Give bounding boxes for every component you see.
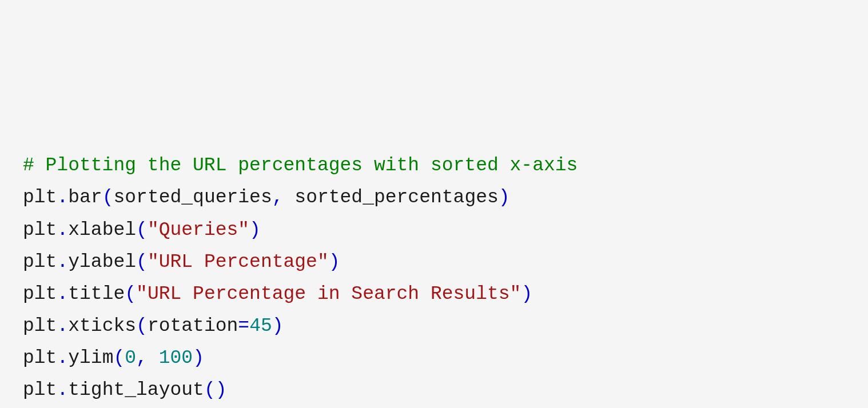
code-token-punct: ) (329, 251, 340, 273)
code-token-identifier: plt (23, 283, 57, 305)
code-token-identifier: xticks (68, 315, 136, 337)
code-token-identifier: plt (23, 219, 57, 241)
code-line: plt.xlabel("Queries") (23, 214, 845, 246)
code-token-identifier: plt (23, 379, 57, 401)
code-token-punct: . (57, 283, 68, 305)
code-token-identifier: plt (23, 315, 57, 337)
code-token-punct: ) (499, 187, 510, 208)
code-token-punct: . (57, 187, 68, 208)
code-token-identifier: title (68, 283, 125, 305)
code-token-identifier: bar (68, 187, 102, 208)
code-line: plt.bar(sorted_queries, sorted_percentag… (23, 182, 845, 214)
code-token-string: "URL Percentage in Search Results" (136, 283, 521, 305)
code-line: # Plotting the URL percentages with sort… (23, 150, 845, 182)
code-token-identifier: tight_layout (68, 379, 204, 401)
code-token-punct: ) (521, 283, 532, 305)
code-line: plt.tight_layout() (23, 374, 845, 406)
code-token-punct: ( (136, 315, 148, 337)
code-token-string: "Queries" (148, 219, 249, 241)
code-token-punct: , (272, 187, 284, 208)
code-token-punct: , (136, 347, 148, 369)
code-token-punct: ) (193, 347, 204, 369)
code-token-string: "URL Percentage" (148, 251, 329, 273)
code-token-punct: ( (136, 251, 148, 273)
code-token-punct: = (238, 315, 249, 337)
code-token-punct: ( (113, 347, 125, 369)
code-token-identifier: rotation (148, 315, 238, 337)
code-token-punct: ( (125, 283, 136, 305)
code-token-identifier: plt (23, 347, 57, 369)
code-token-identifier: plt (23, 187, 57, 208)
code-token-identifier: sorted_percentages (284, 187, 499, 208)
code-token-punct: () (204, 379, 227, 401)
code-token-comment: # Plotting the URL percentages with sort… (23, 155, 578, 176)
code-token-identifier: plt (23, 251, 57, 273)
code-token-punct: . (57, 219, 68, 241)
code-token-punct: . (57, 315, 68, 337)
code-token-punct: ) (249, 219, 261, 241)
code-token-identifier: ylabel (68, 251, 136, 273)
code-token-punct: . (57, 347, 68, 369)
code-token-punct: ( (102, 187, 114, 208)
code-token-punct: . (57, 251, 68, 273)
code-token-identifier (148, 347, 159, 369)
code-token-punct: ) (272, 315, 284, 337)
code-token-number: 0 (125, 347, 136, 369)
code-token-number: 45 (249, 315, 272, 337)
code-line: plt.ylim(0, 100) (23, 342, 845, 374)
code-block: # Plotting the URL percentages with sort… (23, 150, 845, 408)
code-token-identifier: sorted_queries (113, 187, 272, 208)
code-line: plt.title("URL Percentage in Search Resu… (23, 278, 845, 310)
code-line: plt.xticks(rotation=45) (23, 310, 845, 342)
code-token-number: 100 (159, 347, 193, 369)
code-token-punct: . (57, 379, 68, 401)
code-token-identifier: xlabel (68, 219, 136, 241)
code-line: plt.ylabel("URL Percentage") (23, 246, 845, 278)
code-token-identifier: ylim (68, 347, 113, 369)
code-token-punct: ( (136, 219, 148, 241)
